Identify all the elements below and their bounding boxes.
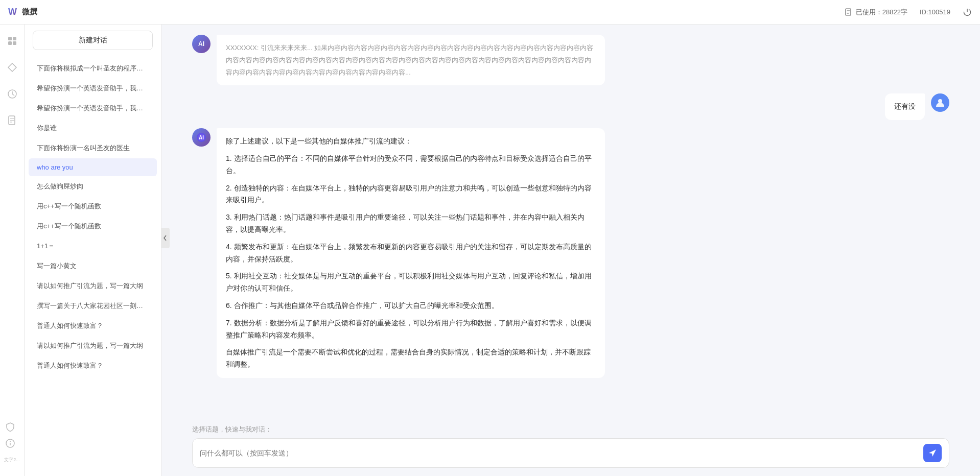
send-icon [928, 448, 937, 458]
sidebar-icon-document[interactable] [4, 112, 20, 129]
icon-sidebar: 文字2... [0, 25, 25, 476]
svg-rect-9 [13, 41, 16, 45]
top-truncated-text: XXXXXXX: 引流来来来来来... 如果内容内容内容内容内容内容内容内容内容… [226, 44, 593, 76]
ai-point-4: 4. 频繁发布和更新：在自媒体平台上，频繁发布和更新的内容更容易吸引用户的关注和… [226, 241, 596, 266]
ai-bubble-1: 除了上述建议，以下是一些其他的自媒体推广引流的建议： 1. 选择适合自己的平台：… [217, 128, 605, 378]
ai-avatar-top: AI [192, 35, 211, 53]
chat-list-item-11[interactable]: 请以如何推广引流为题，写一篇大纲 [29, 276, 157, 296]
ai-point-2: 2. 创造独特的内容：在自媒体平台上，独特的内容更容易吸引用户的注意力和共鸣，可… [226, 182, 596, 207]
new-chat-button[interactable]: 新建对话 [33, 31, 153, 50]
ai-point-6: 6. 合作推广：与其他自媒体平台或品牌合作推广，可以扩大自己的曝光率和受众范围。 [226, 300, 596, 312]
ai-point-7: 7. 数据分析：数据分析是了解用户反馈和喜好的重要途径，可以分析用户行为和数据，… [226, 317, 596, 342]
svg-point-20 [10, 441, 11, 442]
chat-list-item-5[interactable]: who are you [29, 158, 157, 176]
ai-point-3: 3. 利用热门话题：热门话题和事件是吸引用户的重要途径，可以关注一些热门话题和事… [226, 211, 596, 236]
user-avatar-1 [931, 93, 949, 112]
chat-list-item-3[interactable]: 你是谁 [29, 118, 157, 138]
chat-list-item-4[interactable]: 下面你将扮演一名叫圣友的医生 [29, 138, 157, 158]
sidebar-icon-info[interactable] [2, 435, 18, 451]
app-title: 微撰 [22, 7, 37, 17]
chat-list-item-15[interactable]: 普通人如何快速致富？ [29, 356, 157, 375]
chat-sidebar: 新建对话 下面你将模拟成一个叫圣友的程序员，我说...希望你扮演一个英语发音助手… [25, 25, 161, 476]
chat-list-item-13[interactable]: 普通人如何快速致富？ [29, 316, 157, 336]
user-bubble-1: 还有没 [885, 93, 925, 120]
message-row-user-1: 还有没 [192, 93, 949, 120]
chat-list-item-9[interactable]: 1+1＝ [29, 236, 157, 256]
send-button[interactable] [923, 444, 942, 462]
app-logo: W [8, 7, 17, 17]
chat-list-item-6[interactable]: 怎么做狗屎炒肉 [29, 177, 157, 196]
icon-sidebar-bottom: 文字2... [2, 419, 22, 468]
topbar: W 微撰 已使用：28822字 ID:100519 [0, 0, 980, 25]
sidebar-icon-clock[interactable] [4, 86, 20, 102]
chat-list-item-14[interactable]: 请以如何推广引流为题，写一篇大纲 [29, 336, 157, 355]
message-row-ai-1: AI 除了上述建议，以下是一些其他的自媒体推广引流的建议： 1. 选择适合自己的… [192, 128, 949, 378]
ai-avatar-1: AI [192, 128, 211, 147]
topbar-right: 已使用：28822字 ID:100519 [845, 8, 972, 17]
chat-list-item-10[interactable]: 写一篇小黄文 [29, 256, 157, 276]
ai-intro: 除了上述建议，以下是一些其他的自媒体推广引流的建议： [226, 135, 596, 148]
usage-text: 已使用：28822字 [856, 8, 907, 17]
svg-text:AI: AI [199, 135, 204, 140]
sidebar-icon-shield[interactable] [2, 419, 18, 435]
svg-rect-8 [8, 41, 12, 45]
user-id: ID:100519 [920, 8, 950, 16]
svg-rect-6 [8, 37, 12, 40]
chat-list-item-1[interactable]: 希望你扮演一个英语发音助手，我提供给你... [29, 79, 157, 98]
document-count-icon [845, 8, 853, 16]
ai-point-1: 1. 选择适合自己的平台：不同的自媒体平台针对的受众不同，需要根据自己的内容特点… [226, 153, 596, 177]
chat-list-item-7[interactable]: 用c++写一个随机函数 [29, 197, 157, 216]
svg-rect-7 [13, 37, 16, 40]
sidebar-bottom-text[interactable]: 文字2... [2, 451, 22, 468]
usage-info: 已使用：28822字 [845, 8, 907, 17]
svg-marker-10 [8, 63, 16, 72]
messages-area: AI XXXXXXX: 引流来来来来来... 如果内容内容内容内容内容内容内容内… [161, 25, 980, 419]
chat-list-item-8[interactable]: 用c++写一个随机函数 [29, 217, 157, 236]
chat-list-item-12[interactable]: 撰写一篇关于八大家花园社区一刻钟便民生... [29, 296, 157, 316]
sidebar-toggle[interactable] [161, 228, 170, 248]
message-row-top: AI XXXXXXX: 引流来来来来来... 如果内容内容内容内容内容内容内容内… [192, 35, 949, 85]
ai-point-5: 5. 利用社交互动：社交媒体是与用户互动的重要平台，可以积极利用社交媒体与用户互… [226, 270, 596, 295]
power-icon[interactable] [963, 8, 972, 17]
chat-list: 下面你将模拟成一个叫圣友的程序员，我说...希望你扮演一个英语发音助手，我提供给… [25, 56, 161, 476]
svg-point-21 [938, 99, 942, 103]
sidebar-icon-home[interactable] [4, 33, 20, 49]
chat-list-item-0[interactable]: 下面你将模拟成一个叫圣友的程序员，我说... [29, 59, 157, 78]
user-message-1-text: 还有没 [894, 102, 916, 110]
sidebar-icon-diamond[interactable] [4, 59, 20, 76]
ai-bubble-top: XXXXXXX: 引流来来来来来... 如果内容内容内容内容内容内容内容内容内容… [217, 35, 605, 85]
quick-topics-label: 选择话题，快速与我对话： [192, 425, 949, 434]
input-box-wrapper [192, 438, 949, 468]
chat-input[interactable] [200, 447, 923, 459]
svg-line-13 [12, 94, 14, 96]
ai-conclusion: 自媒体推广引流是一个需要不断尝试和优化的过程，需要结合自身的实际情况，制定合适的… [226, 346, 596, 371]
chat-list-item-2[interactable]: 希望你扮演一个英语发音助手，我提供给你... [29, 99, 157, 118]
input-area: 选择话题，快速与我对话： [161, 419, 980, 476]
chat-main: AI XXXXXXX: 引流来来来来来... 如果内容内容内容内容内容内容内容内… [161, 25, 980, 476]
